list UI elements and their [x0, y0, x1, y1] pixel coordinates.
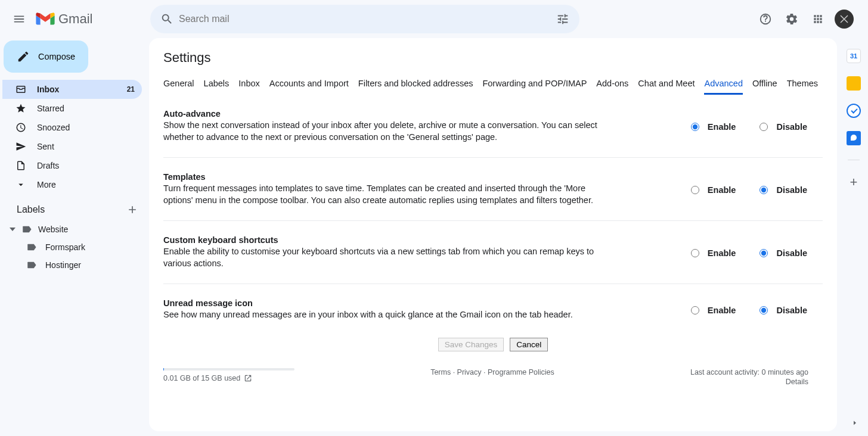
setting-name: Unread message icon [163, 298, 616, 308]
tab-add-ons[interactable]: Add-ons [596, 74, 628, 94]
enable-option[interactable]: Enable [691, 236, 736, 269]
nav-label: Sent [37, 142, 124, 151]
settings-panel: Settings GeneralLabelsInboxAccounts and … [149, 38, 837, 431]
tab-general[interactable]: General [163, 74, 194, 94]
disable-option[interactable]: Disable [760, 300, 807, 321]
contacts-app-button[interactable] [847, 131, 861, 145]
enable-radio[interactable] [691, 249, 699, 257]
tab-labels[interactable]: Labels [204, 74, 230, 94]
tab-chat-and-meet[interactable]: Chat and Meet [638, 74, 695, 94]
nav-label: More [37, 180, 124, 189]
save-button[interactable]: Save Changes [438, 338, 504, 351]
label-website[interactable]: Website [2, 220, 149, 238]
separator [848, 160, 860, 160]
setting-row-templates: Templates Turn frequent messages into te… [163, 158, 823, 221]
apps-icon [812, 13, 824, 25]
calendar-app-button[interactable]: 31 [847, 49, 861, 63]
nav-label: Starred [37, 104, 124, 113]
open-in-new-icon[interactable] [244, 374, 252, 382]
keep-app-button[interactable] [847, 76, 861, 91]
disable-label: Disable [776, 122, 807, 132]
tab-accounts-and-import[interactable]: Accounts and Import [269, 74, 349, 94]
inbox-icon [16, 84, 26, 95]
sidebar-item-snoozed[interactable]: Snoozed [2, 118, 142, 137]
sidebar-item-inbox[interactable]: Inbox 21 [2, 80, 142, 99]
cancel-button[interactable]: Cancel [510, 338, 548, 351]
chevron-right-icon [851, 419, 858, 426]
disable-option[interactable]: Disable [760, 110, 807, 143]
enable-radio[interactable] [691, 186, 699, 194]
triangle-down-icon [10, 226, 16, 232]
search-button[interactable] [155, 7, 179, 31]
disable-label: Disable [776, 185, 807, 195]
pencil-icon [17, 50, 30, 63]
expand-icon[interactable] [10, 226, 16, 232]
setting-row-custom-keyboard-shortcuts: Custom keyboard shortcuts Enable the abi… [163, 221, 823, 284]
setting-row-auto-advance: Auto-advance Show the next conversation … [163, 95, 823, 158]
enable-option[interactable]: Enable [691, 110, 736, 143]
header: Gmail [0, 0, 868, 38]
label-icon [21, 224, 32, 235]
policies-link[interactable]: Programme Policies [488, 368, 554, 376]
calendar-icon: 31 [850, 52, 857, 60]
disable-radio[interactable] [760, 186, 768, 194]
apps-button[interactable] [806, 7, 830, 31]
compose-button[interactable]: Compose [4, 41, 88, 73]
main-menu-button[interactable] [5, 5, 33, 33]
compose-label: Compose [38, 52, 75, 61]
sidebar-item-starred[interactable]: Starred [2, 99, 142, 118]
settings-button[interactable] [780, 7, 804, 31]
tab-inbox[interactable]: Inbox [238, 74, 259, 94]
tasks-app-button[interactable] [847, 104, 861, 118]
file-icon [16, 160, 26, 171]
enable-label: Enable [708, 185, 736, 195]
terms-link[interactable]: Terms [430, 368, 451, 376]
star-icon [16, 103, 26, 114]
chevron-down-icon [16, 179, 26, 190]
support-button[interactable] [754, 7, 777, 31]
label-formspark[interactable]: Formspark [2, 238, 149, 256]
tab-themes[interactable]: Themes [787, 74, 818, 94]
footer-links: Terms · Privacy · Programme Policies [294, 368, 690, 376]
tab-forwarding-and-pop-imap[interactable]: Forwarding and POP/IMAP [482, 74, 587, 94]
disable-option[interactable]: Disable [760, 236, 807, 269]
tab-offline[interactable]: Offline [752, 74, 777, 94]
add-apps-button[interactable]: + [850, 175, 858, 190]
sidebar-item-drafts[interactable]: Drafts [2, 156, 142, 175]
sidebar-item-more[interactable]: More [2, 175, 142, 194]
enable-radio[interactable] [691, 306, 699, 314]
tab-filters-and-blocked-addresses[interactable]: Filters and blocked addresses [358, 74, 473, 94]
hamburger-icon [13, 13, 26, 26]
enable-option[interactable]: Enable [691, 173, 736, 206]
collapse-panel-button[interactable] [847, 415, 863, 431]
tab-advanced[interactable]: Advanced [704, 74, 743, 95]
add-label-button[interactable] [126, 204, 138, 216]
clock-icon [16, 122, 26, 133]
enable-option[interactable]: Enable [691, 300, 736, 321]
privacy-link[interactable]: Privacy [457, 368, 482, 376]
setting-description: Turn frequent messages into templates to… [163, 183, 616, 206]
label-hostinger[interactable]: Hostinger [2, 256, 149, 274]
disable-radio[interactable] [760, 306, 768, 314]
search-input[interactable] [179, 14, 551, 24]
search-options-button[interactable] [551, 7, 575, 31]
search-bar [150, 5, 579, 33]
disable-radio[interactable] [760, 249, 768, 257]
search-icon [160, 13, 173, 26]
setting-description: Show the next conversation instead of yo… [163, 120, 616, 143]
gmail-logo[interactable]: Gmail [36, 11, 92, 27]
details-link[interactable]: Details [690, 378, 808, 386]
account-button[interactable] [832, 7, 856, 31]
logo-text: Gmail [58, 11, 92, 27]
disable-radio[interactable] [760, 123, 768, 131]
nav-label: Inbox [37, 85, 116, 94]
sidebar-item-sent[interactable]: Sent [2, 137, 142, 156]
label-text: Website [38, 225, 68, 234]
storage-text: 0.01 GB of 15 GB used [163, 374, 240, 382]
nav-label: Drafts [37, 161, 124, 170]
disable-option[interactable]: Disable [760, 173, 807, 206]
enable-radio[interactable] [691, 123, 699, 131]
setting-description: Enable the ability to customise your key… [163, 246, 616, 269]
nav-label: Snoozed [37, 123, 124, 132]
gmail-icon [36, 12, 55, 26]
